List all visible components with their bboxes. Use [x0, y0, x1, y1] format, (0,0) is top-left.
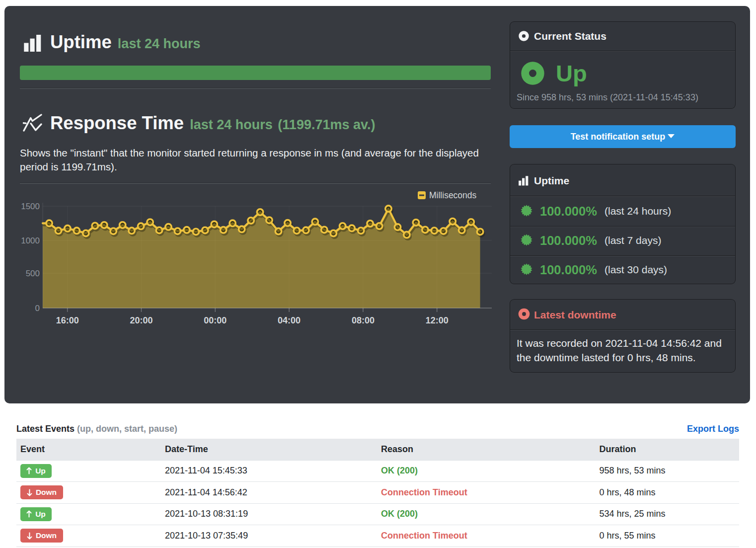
svg-text:1000: 1000: [21, 236, 40, 245]
svg-text:00:00: 00:00: [204, 315, 227, 325]
svg-text:0: 0: [35, 304, 40, 313]
svg-text:04:00: 04:00: [278, 315, 301, 325]
svg-text:500: 500: [26, 269, 40, 278]
svg-text:12:00: 12:00: [426, 315, 449, 325]
svg-text:08:00: 08:00: [352, 315, 375, 325]
svg-text:1500: 1500: [21, 202, 40, 211]
svg-text:20:00: 20:00: [130, 315, 152, 325]
svg-text:16:00: 16:00: [56, 315, 79, 325]
svg-text:Milliseconds: Milliseconds: [429, 190, 477, 200]
